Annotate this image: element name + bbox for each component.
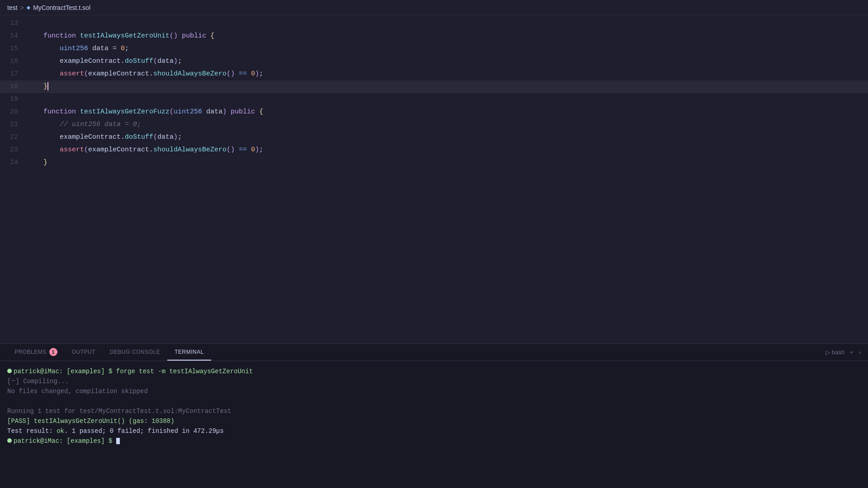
line-content: assert(exampleContract.shouldAlwaysBeZer… <box>27 68 263 80</box>
code-line: 15 uint256 data = 0; <box>0 42 868 55</box>
code-line: 19 <box>0 93 868 106</box>
line-content: } <box>27 156 47 169</box>
terminal-label: TERMINAL <box>175 349 204 355</box>
terminal-ok-text: ok <box>57 427 64 435</box>
line-number: 17 <box>0 68 27 80</box>
line-content: assert(exampleContract.shouldAlwaysBeZer… <box>27 144 263 156</box>
more-terminals-button[interactable]: › <box>859 349 861 356</box>
code-line: 22 exampleContract.doStuff(data); <box>0 131 868 144</box>
line-content: function testIAlwaysGetZeroUnit() public… <box>27 30 214 42</box>
terminal-line <box>7 396 861 406</box>
breadcrumb-bar: test > ◆ MyContractTest.t.sol <box>0 0 868 15</box>
terminal-result-suffix: . 1 passed; 0 failed; finished in 472.29… <box>64 427 224 435</box>
terminal-dot <box>7 438 12 443</box>
line-number: 24 <box>0 156 27 169</box>
code-container: 1314 function testIAlwaysGetZeroUnit() p… <box>0 15 868 171</box>
terminal-pass-line: [PASS] testIAlwaysGetZeroUnit() (gas: 10… <box>7 418 175 425</box>
code-line: 20 function testIAlwaysGetZeroFuzz(uint2… <box>0 106 868 118</box>
terminal-info-line: No files changed, compilation skipped <box>7 388 148 395</box>
tab-debug-console[interactable]: DEBUG CONSOLE <box>103 344 167 361</box>
terminal-prompt: patrick@iMac: [examples] $ <box>14 437 116 445</box>
line-number: 21 <box>0 118 27 131</box>
chevron-right-icon: › <box>859 349 861 356</box>
bottom-panel: PROBLEMS 1 OUTPUT DEBUG CONSOLE TERMINAL… <box>0 343 868 488</box>
terminal-line: [PASS] testIAlwaysGetZeroUnit() (gas: 10… <box>7 416 861 426</box>
terminal-content[interactable]: patrick@iMac: [examples] $ forge test -m… <box>0 361 868 488</box>
line-content: uint256 data = 0; <box>27 42 129 55</box>
line-number: 22 <box>0 131 27 144</box>
line-number: 16 <box>0 55 27 68</box>
code-line: 16 exampleContract.doStuff(data); <box>0 55 868 68</box>
terminal-line: [⠒] Compiling... <box>7 376 861 386</box>
panel-right-actions: ▷ bash + › <box>826 349 861 356</box>
breadcrumb-root[interactable]: test <box>7 4 18 11</box>
line-number: 23 <box>0 144 27 156</box>
run-icon: ▷ <box>826 349 830 356</box>
line-number: 13 <box>0 17 27 30</box>
line-number: 14 <box>0 30 27 42</box>
text-cursor <box>47 82 48 90</box>
tab-problems[interactable]: PROBLEMS 1 <box>7 344 65 361</box>
tab-output[interactable]: OUTPUT <box>65 344 103 361</box>
line-content: // uint256 data = 0; <box>27 118 141 131</box>
breadcrumb-separator: > <box>20 4 24 11</box>
terminal-line: Test result: ok. 1 passed; 0 failed; fin… <box>7 426 861 436</box>
line-number: 19 <box>0 93 27 106</box>
problems-label: PROBLEMS <box>14 349 47 355</box>
terminal-info-line: Running 1 test for test/MyContractTest.t… <box>7 408 231 415</box>
code-editor[interactable]: 1314 function testIAlwaysGetZeroUnit() p… <box>0 15 868 343</box>
output-label: OUTPUT <box>72 349 95 355</box>
line-number: 18 <box>0 80 27 93</box>
line-content: function testIAlwaysGetZeroFuzz(uint256 … <box>27 106 263 118</box>
terminal-dot <box>7 369 12 373</box>
tab-terminal[interactable]: TERMINAL <box>167 344 211 361</box>
breadcrumb-file[interactable]: MyContractTest.t.sol <box>33 4 90 11</box>
terminal-cursor <box>116 438 120 444</box>
line-number: 20 <box>0 106 27 118</box>
add-icon: + <box>850 349 854 356</box>
line-content: exampleContract.doStuff(data); <box>27 55 182 68</box>
file-icon: ◆ <box>27 4 30 11</box>
line-content: } <box>27 80 48 93</box>
terminal-prompt: patrick@iMac: [examples] $ forge test -m… <box>14 368 253 375</box>
line-content: exampleContract.doStuff(data); <box>27 131 182 144</box>
terminal-info-line: [⠒] Compiling... <box>7 378 69 385</box>
terminal-result-prefix: Test result: <box>7 427 57 435</box>
code-line: 14 function testIAlwaysGetZeroUnit() pub… <box>0 30 868 42</box>
code-line: 23 assert(exampleContract.shouldAlwaysBe… <box>0 144 868 156</box>
code-line: 17 assert(exampleContract.shouldAlwaysBe… <box>0 68 868 80</box>
shell-name: bash <box>832 349 844 356</box>
problems-badge: 1 <box>49 348 57 356</box>
debug-console-label: DEBUG CONSOLE <box>110 349 160 355</box>
terminal-line: patrick@iMac: [examples] $ forge test -m… <box>7 366 861 376</box>
code-line: 24 } <box>0 156 868 169</box>
terminal-line: No files changed, compilation skipped <box>7 386 861 396</box>
code-line: 21 // uint256 data = 0; <box>0 118 868 131</box>
code-line: 13 <box>0 17 868 30</box>
add-terminal-button[interactable]: + <box>850 349 854 356</box>
line-number: 15 <box>0 42 27 55</box>
code-line: 18 } <box>0 80 868 93</box>
terminal-line: patrick@iMac: [examples] $ <box>7 436 861 446</box>
panel-tabs: PROBLEMS 1 OUTPUT DEBUG CONSOLE TERMINAL… <box>0 344 868 361</box>
run-command-button[interactable]: ▷ bash <box>826 349 844 356</box>
terminal-line: Running 1 test for test/MyContractTest.t… <box>7 406 861 416</box>
